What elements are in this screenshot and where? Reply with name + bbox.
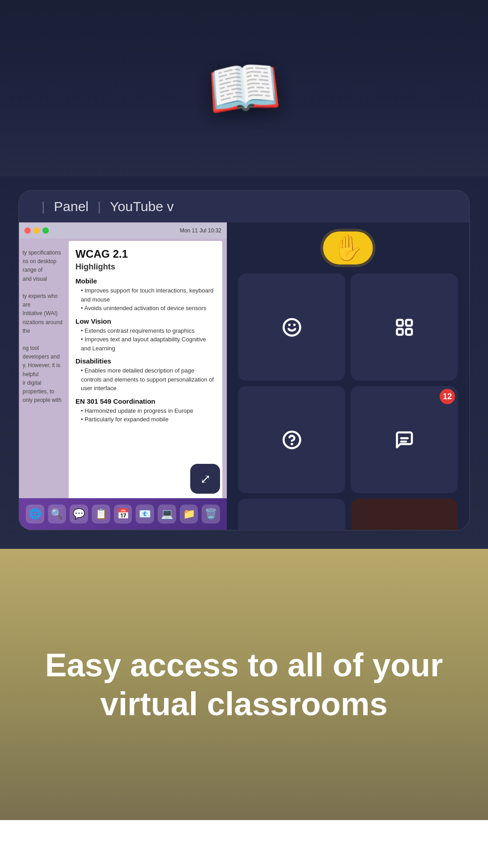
grid-icon: [394, 317, 414, 337]
middle-section: | Panel | YouTube v Mon 11 Jul 10:32 ty …: [0, 176, 488, 549]
section-disabilities: Disabilities: [75, 357, 216, 365]
panel-container: | Panel | YouTube v Mon 11 Jul 10:32 ty …: [18, 190, 470, 531]
content-area: Mon 11 Jul 10:32 ty specifications ns on…: [19, 222, 469, 530]
svg-rect-4: [406, 320, 412, 326]
tab-divider-left: |: [42, 199, 45, 214]
bullet: • Particularly for expanded mobile: [75, 415, 216, 424]
doc-subtitle: Highlights: [75, 262, 216, 272]
more-button[interactable]: [238, 499, 345, 531]
mac-screen: Mon 11 Jul 10:32 ty specifications ns on…: [19, 222, 227, 530]
side-text: and visual: [23, 275, 65, 283]
tab-divider-mid: |: [98, 199, 101, 214]
mac-dot-fullscreen[interactable]: [42, 227, 49, 234]
smiley-icon: [282, 317, 302, 337]
side-text: y. However, it is helpful: [23, 361, 65, 378]
expand-icon: ⤢: [200, 472, 211, 486]
bullet: • Improves support for touch interaction…: [75, 286, 216, 304]
tab-bar: | Panel | YouTube v: [19, 191, 469, 222]
tagline-line1: Easy access to all of your: [45, 647, 443, 683]
dock-files[interactable]: 📁: [180, 505, 198, 524]
dock-trash[interactable]: 🗑️: [202, 505, 220, 524]
bullet: • Enables more detailed description of p…: [75, 366, 216, 393]
mac-titlebar: Mon 11 Jul 10:32: [19, 222, 227, 239]
dock-discord[interactable]: 💬: [70, 505, 88, 524]
layout-button[interactable]: [351, 274, 458, 381]
mac-dock: 🌐 🔍 💬 📋 📅 📧 💻 📁 🗑️: [19, 498, 227, 530]
help-button[interactable]: [238, 386, 345, 493]
side-text: ty specifications: [23, 249, 65, 257]
dock-chrome[interactable]: 🌐: [26, 505, 44, 524]
side-text: ng tool developers and: [23, 344, 65, 361]
hand-raise-button[interactable]: ✋: [323, 231, 373, 264]
expand-button[interactable]: ⤢: [190, 464, 220, 494]
exit-button[interactable]: [351, 499, 458, 531]
hand-icon: ✋: [333, 233, 364, 263]
icon-grid: 12: [238, 274, 458, 531]
top-section: 📖: [0, 0, 488, 176]
bottom-section: Easy access to all of your virtual class…: [0, 549, 488, 820]
side-text: ty experts who are: [23, 292, 65, 309]
chat-badge: 12: [440, 389, 455, 404]
book-icon: 📖: [205, 51, 284, 126]
side-text: nizations around the: [23, 318, 65, 335]
section-low-vision: Low Vision: [75, 317, 216, 325]
side-text: ns on desktop: [23, 257, 65, 266]
dock-outlook[interactable]: 📧: [136, 505, 154, 524]
question-icon: [282, 430, 302, 450]
svg-point-0: [283, 319, 300, 335]
tagline-line2: virtual classrooms: [100, 686, 388, 722]
tab-panel[interactable]: Panel: [54, 199, 89, 214]
doc-title: WCAG 2.1: [75, 248, 216, 260]
tab-youtube[interactable]: YouTube v: [110, 199, 174, 214]
side-text: ir digital properties, to: [23, 379, 65, 396]
chat-icon: [394, 430, 414, 450]
svg-rect-3: [397, 320, 403, 326]
side-text: range of: [23, 266, 65, 274]
mac-dot-minimize[interactable]: [33, 227, 40, 234]
mac-dot-close[interactable]: [24, 227, 31, 234]
mac-time: Mon 11 Jul 10:32: [180, 227, 221, 234]
dock-finder[interactable]: 🔍: [48, 505, 66, 524]
bullet: • Extends contrast requirements to graph…: [75, 326, 216, 335]
bullet: • Avoids unintended activation of device…: [75, 304, 216, 313]
bullet: • Improves text and layout adaptability …: [75, 335, 216, 353]
svg-rect-6: [406, 329, 412, 335]
section-mobile: Mobile: [75, 277, 216, 285]
bullet: • Harmonized update in progress in Europ…: [75, 406, 216, 415]
dock-calendar[interactable]: 📅: [114, 505, 132, 524]
tagline: Easy access to all of your virtual class…: [45, 646, 443, 724]
emoji-button[interactable]: [238, 274, 345, 381]
side-text: only people with: [23, 396, 65, 405]
svg-rect-5: [397, 329, 403, 335]
side-text: Initiative (WAI): [23, 309, 65, 318]
dock-code[interactable]: 💻: [158, 505, 176, 524]
controls-panel: ✋: [227, 222, 469, 530]
section-en301: EN 301 549 Coordination: [75, 397, 216, 405]
dock-notion[interactable]: 📋: [92, 505, 110, 524]
chat-button[interactable]: 12: [351, 386, 458, 493]
